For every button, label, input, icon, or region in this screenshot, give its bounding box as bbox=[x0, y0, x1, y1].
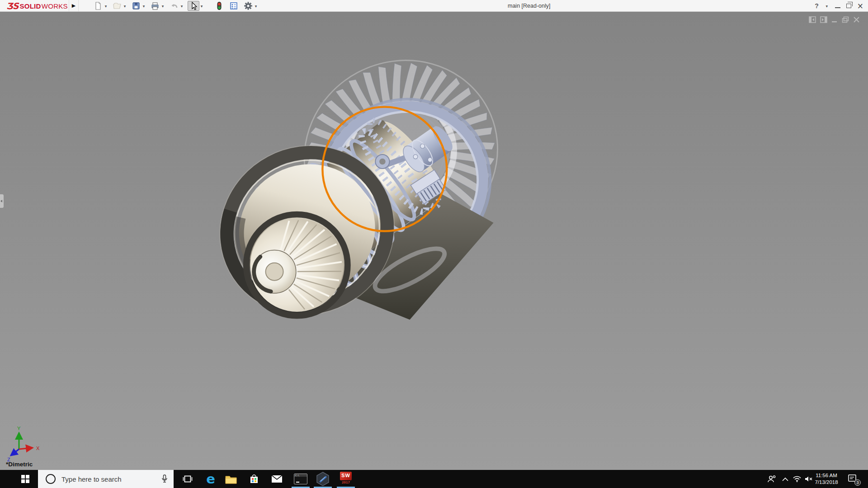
doc-restore-icon[interactable] bbox=[842, 16, 849, 23]
speaker-muted-icon bbox=[805, 476, 813, 482]
doc-minimize-icon[interactable] bbox=[831, 16, 838, 23]
command-prompt-icon: C:\ bbox=[294, 474, 307, 484]
solidworks-logo: ƷS SOLIDWORKS bbox=[6, 1, 68, 11]
people-icon bbox=[767, 475, 776, 483]
new-document-icon[interactable] bbox=[93, 1, 104, 11]
select-dropdown-caret[interactable]: ▼ bbox=[199, 5, 204, 8]
action-center-button[interactable]: 3 bbox=[846, 470, 862, 488]
new-dropdown-caret[interactable]: ▼ bbox=[104, 5, 108, 8]
edge-button[interactable]: e bbox=[200, 470, 221, 488]
windows-logo-icon bbox=[21, 475, 29, 483]
undo-icon[interactable] bbox=[169, 1, 179, 11]
help-button[interactable]: ? bbox=[815, 2, 819, 9]
microphone-icon[interactable] bbox=[161, 474, 168, 483]
settings-dropdown-caret[interactable]: ▼ bbox=[254, 5, 258, 8]
save-dropdown-caret[interactable]: ▼ bbox=[142, 5, 146, 8]
task-pane-list-icon[interactable] bbox=[228, 1, 239, 11]
hexagon-app-icon bbox=[316, 472, 330, 486]
mail-button[interactable] bbox=[266, 470, 287, 488]
save-icon[interactable] bbox=[131, 1, 142, 11]
search-input[interactable] bbox=[61, 470, 156, 488]
edge-icon: e bbox=[206, 473, 215, 485]
orientation-triad: Y X Z bbox=[5, 424, 46, 465]
start-button[interactable] bbox=[0, 470, 38, 488]
quick-access-toolbar: ▼ ▼ ▼ ▼ ▼ ▼ ▼ bbox=[93, 1, 258, 11]
windows-taskbar: e C:\ SW 2017 bbox=[0, 470, 868, 488]
close-button[interactable]: × bbox=[857, 2, 863, 9]
menu-expand-button[interactable]: ▶ bbox=[69, 0, 79, 11]
flyout-arrow-icon: ▶ bbox=[72, 3, 75, 9]
task-view-icon bbox=[183, 474, 193, 483]
cortana-circle-icon bbox=[46, 474, 56, 484]
solidworks-2017-icon: SW 2017 bbox=[338, 471, 354, 487]
triad-y-label: Y bbox=[17, 426, 21, 431]
undo-dropdown-caret[interactable]: ▼ bbox=[179, 5, 184, 8]
select-tool-button-active[interactable] bbox=[188, 1, 199, 11]
mail-icon bbox=[271, 475, 283, 483]
people-button[interactable] bbox=[765, 470, 778, 488]
select-arrow-icon bbox=[189, 1, 198, 10]
store-icon bbox=[249, 474, 259, 484]
3d-model bbox=[0, 12, 868, 470]
restore-button[interactable] bbox=[846, 4, 851, 8]
pane-right-icon[interactable] bbox=[820, 16, 827, 23]
window-title: main [Read-only] bbox=[508, 3, 551, 9]
graphics-area[interactable]: Y X Z *Dimetric bbox=[0, 12, 868, 470]
pane-left-icon[interactable] bbox=[809, 16, 816, 23]
store-button[interactable] bbox=[244, 470, 264, 488]
panel-collapse-tab[interactable] bbox=[0, 194, 4, 208]
print-dropdown-caret[interactable]: ▼ bbox=[160, 5, 165, 8]
document-window-controls bbox=[809, 16, 860, 23]
file-explorer-button[interactable] bbox=[221, 470, 241, 488]
tray-time: 11:56 AM bbox=[812, 472, 840, 479]
tray-clock[interactable]: 11:56 AM 7/13/2018 bbox=[812, 472, 840, 486]
brand-name-light: WORKS bbox=[42, 2, 68, 10]
network-button[interactable] bbox=[791, 470, 803, 488]
task-view-button[interactable] bbox=[177, 470, 198, 488]
triad-x-label: X bbox=[36, 446, 40, 451]
cad-viewer-button[interactable] bbox=[312, 470, 333, 488]
ds-logo-mark: ƷS bbox=[6, 1, 18, 11]
open-dropdown-caret[interactable]: ▼ bbox=[123, 5, 127, 8]
taskbar-search[interactable] bbox=[38, 470, 174, 488]
wifi-icon bbox=[793, 476, 801, 482]
brand-name-bold: SOLID bbox=[19, 2, 41, 10]
tray-overflow-button[interactable] bbox=[779, 470, 791, 488]
notification-badge: 3 bbox=[854, 479, 861, 486]
solidworks-2017-button[interactable]: SW 2017 bbox=[335, 470, 356, 488]
settings-gear-icon[interactable] bbox=[243, 1, 254, 11]
minimize-button[interactable] bbox=[835, 7, 840, 8]
chevron-up-icon bbox=[782, 477, 788, 481]
rebuild-traffic-light-icon[interactable] bbox=[214, 1, 225, 11]
tray-date: 7/13/2018 bbox=[812, 479, 840, 486]
open-document-icon[interactable] bbox=[112, 1, 123, 11]
window-controls: ? ▼ × bbox=[815, 0, 863, 12]
file-explorer-icon bbox=[225, 474, 237, 484]
doc-close-icon[interactable] bbox=[853, 16, 860, 23]
help-dropdown-caret[interactable]: ▼ bbox=[825, 5, 829, 8]
command-prompt-button[interactable]: C:\ bbox=[290, 470, 311, 488]
print-icon[interactable] bbox=[150, 1, 160, 11]
titlebar: ƷS SOLIDWORKS ▶ ▼ ▼ ▼ ▼ ▼ ▼ bbox=[0, 0, 868, 12]
view-orientation-label: *Dimetric bbox=[6, 461, 33, 468]
solidworks-window: ƷS SOLIDWORKS ▶ ▼ ▼ ▼ ▼ ▼ ▼ bbox=[0, 0, 868, 488]
